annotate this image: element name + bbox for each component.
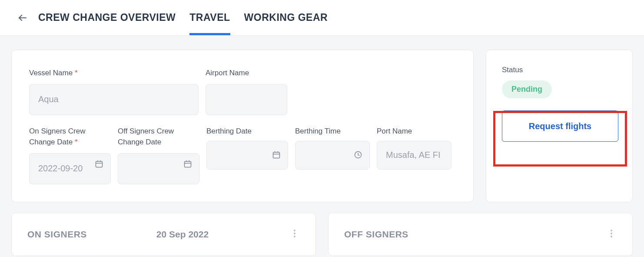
calendar-icon — [183, 160, 193, 169]
tab-working-gear[interactable]: WORKING GEAR — [244, 0, 328, 35]
calendar-icon — [95, 160, 104, 169]
input-port-name[interactable]: Musafa, AE FI — [377, 141, 451, 170]
tab-travel[interactable]: TRAVEL — [189, 0, 230, 35]
status-card: Status Pending Request flights — [486, 50, 633, 202]
svg-point-18 — [611, 233, 612, 234]
input-on-signers-date[interactable]: 2022-09-20 — [29, 153, 111, 184]
panel-date-on-signers: 20 Sep 2022 — [156, 229, 209, 240]
svg-rect-1 — [96, 161, 103, 167]
more-icon[interactable] — [289, 228, 300, 240]
request-flights-button[interactable]: Request flights — [502, 110, 618, 142]
panel-title-off-signers: OFF SIGNERS — [344, 229, 408, 240]
clock-icon — [354, 150, 363, 160]
tab-bar: CREW CHANGE OVERVIEW TRAVEL WORKING GEAR — [38, 0, 328, 35]
svg-rect-9 — [273, 152, 280, 158]
field-airport-name: Airport Name — [206, 67, 287, 115]
input-off-signers-date[interactable] — [118, 153, 199, 184]
input-berthing-time[interactable] — [295, 141, 370, 170]
label-vessel-name: Vessel Name * — [29, 67, 199, 79]
field-off-signers-date: Off Signers Crew Change Date — [118, 126, 199, 184]
tab-crew-change-overview[interactable]: CREW CHANGE OVERVIEW — [38, 0, 176, 35]
label-airport-name: Airport Name — [206, 67, 287, 79]
svg-point-19 — [611, 236, 612, 237]
panel-on-signers: ON SIGNERS 20 Sep 2022 — [11, 213, 316, 256]
panel-title-on-signers: ON SIGNERS — [27, 229, 87, 240]
input-vessel-name[interactable]: Aqua — [29, 84, 199, 115]
label-on-signers-date: On Signers Crew Change Date * — [29, 126, 111, 148]
field-berthing-time: Berthing Time — [295, 126, 370, 184]
back-arrow-icon[interactable] — [17, 13, 28, 23]
field-port-name: Port Name Musafa, AE FI — [377, 126, 451, 184]
input-airport-name[interactable] — [206, 84, 287, 115]
panel-off-signers: OFF SIGNERS — [328, 213, 633, 256]
svg-rect-5 — [185, 161, 191, 167]
field-berthing-date: Berthing Date — [206, 126, 288, 184]
calendar-icon — [272, 150, 282, 160]
svg-point-15 — [294, 233, 295, 234]
more-icon[interactable] — [606, 228, 617, 240]
status-label: Status — [502, 66, 617, 74]
main-area: Vessel Name * Aqua Airport Name On Signe… — [0, 36, 644, 202]
svg-point-17 — [611, 230, 612, 231]
input-berthing-date[interactable] — [206, 141, 288, 170]
field-vessel-name: Vessel Name * Aqua — [29, 67, 199, 115]
svg-point-14 — [294, 230, 295, 231]
svg-point-16 — [294, 236, 295, 237]
form-card: Vessel Name * Aqua Airport Name On Signe… — [11, 50, 474, 202]
header-bar: CREW CHANGE OVERVIEW TRAVEL WORKING GEAR — [0, 0, 644, 36]
status-badge: Pending — [502, 80, 552, 98]
lower-panels: ON SIGNERS 20 Sep 2022 OFF SIGNERS — [0, 202, 644, 256]
label-off-signers-date: Off Signers Crew Change Date — [118, 126, 199, 148]
field-on-signers-date: On Signers Crew Change Date * 2022-09-20 — [29, 126, 111, 184]
